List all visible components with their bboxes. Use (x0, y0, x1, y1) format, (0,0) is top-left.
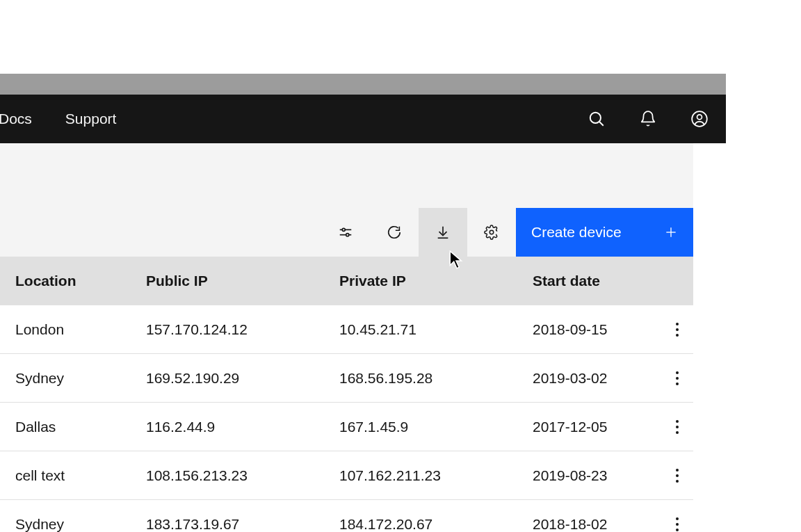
refresh-icon (387, 225, 402, 240)
filter-button[interactable] (321, 208, 370, 257)
svg-point-10 (490, 230, 494, 234)
cell-start-date: 2019-08-23 (517, 467, 646, 484)
cell-public-ip: 116.2.44.9 (131, 419, 324, 435)
th-start-date[interactable]: Start date (517, 273, 646, 289)
cell-public-ip: 169.52.190.29 (131, 370, 324, 387)
table-row: Sydney 183.173.19.67 184.172.20.67 2018-… (0, 500, 693, 532)
th-private-ip[interactable]: Private IP (324, 273, 517, 289)
table-toolbar: Create device (0, 143, 693, 257)
cell-location: Dallas (0, 419, 131, 435)
svg-point-5 (342, 228, 345, 231)
content-area: Create device Location Public IP Private… (0, 143, 693, 532)
cell-private-ip: 107.162.211.23 (324, 467, 517, 484)
plus-icon (664, 225, 678, 239)
top-nav: Docs Support (0, 95, 726, 143)
table-header-row: Location Public IP Private IP Start date (0, 257, 693, 305)
row-overflow-menu[interactable] (646, 305, 693, 353)
notifications-icon[interactable] (638, 109, 658, 129)
cell-start-date: 2019-03-02 (517, 370, 646, 387)
row-overflow-menu[interactable] (646, 403, 693, 451)
th-location[interactable]: Location (0, 273, 131, 289)
settings-button[interactable] (467, 208, 516, 257)
overflow-icon (676, 323, 679, 337)
gear-icon (484, 225, 499, 240)
svg-point-3 (697, 115, 702, 120)
table-row: London 157.170.124.12 10.45.21.71 2018-0… (0, 305, 693, 354)
cell-public-ip: 183.173.19.67 (131, 516, 324, 533)
download-icon (435, 225, 451, 240)
cell-public-ip: 157.170.124.12 (131, 321, 324, 338)
nav-docs-link[interactable]: Docs (0, 111, 32, 127)
cell-start-date: 2017-12-05 (517, 419, 646, 435)
cell-location: London (0, 321, 131, 338)
row-overflow-menu[interactable] (646, 354, 693, 402)
row-overflow-menu[interactable] (646, 500, 693, 532)
download-button[interactable] (419, 208, 467, 257)
nav-support-link[interactable]: Support (65, 111, 117, 127)
create-device-button[interactable]: Create device (516, 208, 693, 257)
cell-location: Sydney (0, 370, 131, 387)
browser-chrome-bar (0, 74, 726, 95)
cell-start-date: 2018-18-02 (517, 516, 646, 533)
cell-private-ip: 167.1.45.9 (324, 419, 517, 435)
search-icon[interactable] (587, 109, 606, 129)
cell-private-ip: 168.56.195.28 (324, 370, 517, 387)
cell-location: Sydney (0, 516, 131, 533)
row-overflow-menu[interactable] (646, 451, 693, 499)
table-row: Dallas 116.2.44.9 167.1.45.9 2017-12-05 (0, 403, 693, 451)
svg-point-7 (346, 234, 349, 236)
overflow-icon (676, 371, 679, 385)
overflow-icon (676, 420, 679, 434)
table-body: London 157.170.124.12 10.45.21.71 2018-0… (0, 305, 693, 532)
overflow-icon (676, 469, 679, 483)
th-public-ip[interactable]: Public IP (131, 273, 324, 289)
cell-private-ip: 184.172.20.67 (324, 516, 517, 533)
refresh-button[interactable] (370, 208, 419, 257)
filter-icon (338, 225, 353, 240)
svg-line-1 (599, 122, 604, 126)
create-device-label: Create device (531, 224, 622, 241)
cell-location: cell text (0, 467, 131, 484)
table-row: cell text 108.156.213.23 107.162.211.23 … (0, 451, 693, 500)
cell-start-date: 2018-09-15 (517, 321, 646, 338)
user-avatar-icon[interactable] (690, 109, 709, 129)
overflow-icon (676, 517, 679, 531)
table-row: Sydney 169.52.190.29 168.56.195.28 2019-… (0, 354, 693, 403)
svg-point-0 (590, 113, 601, 123)
cell-public-ip: 108.156.213.23 (131, 467, 324, 484)
cell-private-ip: 10.45.21.71 (324, 321, 517, 338)
